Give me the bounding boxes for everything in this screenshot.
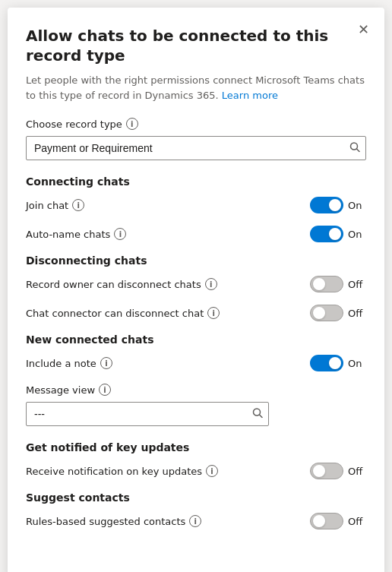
message-view-label: Message view i bbox=[26, 384, 366, 396]
join-chat-row: Join chat i On bbox=[26, 197, 366, 213]
receive-notification-row: Receive notification on key updates i Of… bbox=[26, 463, 366, 479]
record-type-input[interactable] bbox=[26, 136, 366, 160]
rules-based-toggle-label: Off bbox=[348, 516, 366, 527]
auto-name-chats-label: Auto-name chats i bbox=[26, 228, 126, 240]
include-note-toggle-label: On bbox=[348, 358, 366, 369]
receive-notification-label: Receive notification on key updates i bbox=[26, 465, 218, 477]
message-view-info-icon[interactable]: i bbox=[99, 384, 111, 396]
record-owner-toggle[interactable] bbox=[310, 276, 343, 292]
record-type-search-wrap bbox=[26, 136, 366, 160]
record-type-label: Choose record type i bbox=[26, 118, 366, 130]
suggest-contacts-title: Suggest contacts bbox=[26, 491, 366, 504]
dialog-container: ✕ Allow chats to be connected to this re… bbox=[8, 8, 384, 572]
search-icon bbox=[349, 142, 360, 153]
record-owner-toggle-label: Off bbox=[348, 279, 366, 290]
include-note-row: Include a note i On bbox=[26, 355, 366, 371]
receive-notification-toggle-label: Off bbox=[348, 466, 366, 477]
auto-name-chats-info-icon[interactable]: i bbox=[114, 228, 126, 240]
dialog-description: Let people with the right permissions co… bbox=[26, 73, 366, 103]
svg-line-1 bbox=[357, 149, 360, 152]
chat-connector-info-icon[interactable]: i bbox=[207, 307, 220, 319]
rules-based-label: Rules-based suggested contacts i bbox=[26, 515, 201, 527]
message-view-input[interactable] bbox=[26, 402, 269, 426]
dialog-title: Allow chats to be connected to this reco… bbox=[26, 26, 366, 65]
connecting-chats-title: Connecting chats bbox=[26, 175, 366, 188]
auto-name-chats-toggle-label: On bbox=[348, 229, 366, 240]
rules-based-toggle[interactable] bbox=[310, 513, 343, 529]
learn-more-link[interactable]: Learn more bbox=[222, 90, 278, 101]
new-connected-chats-section: New connected chats Include a note i On … bbox=[26, 333, 366, 426]
join-chat-toggle[interactable] bbox=[310, 197, 343, 213]
rules-based-info-icon[interactable]: i bbox=[189, 515, 201, 527]
record-type-info-icon[interactable]: i bbox=[126, 118, 138, 130]
record-type-search-button[interactable] bbox=[348, 141, 362, 156]
include-note-info-icon[interactable]: i bbox=[100, 357, 112, 369]
join-chat-info-icon[interactable]: i bbox=[72, 199, 84, 211]
record-owner-row: Record owner can disconnect chats i Off bbox=[26, 276, 366, 292]
suggest-contacts-section: Suggest contacts Rules-based suggested c… bbox=[26, 491, 366, 529]
record-owner-info-icon[interactable]: i bbox=[205, 278, 217, 290]
connecting-chats-section: Connecting chats Join chat i On Auto-nam… bbox=[26, 175, 366, 242]
include-note-toggle-wrap: On bbox=[310, 355, 366, 371]
disconnecting-chats-section: Disconnecting chats Record owner can dis… bbox=[26, 254, 366, 321]
key-updates-section: Get notified of key updates Receive noti… bbox=[26, 441, 366, 479]
close-button[interactable]: ✕ bbox=[355, 20, 372, 40]
message-view-input-wrap bbox=[26, 402, 269, 426]
join-chat-toggle-wrap: On bbox=[310, 197, 366, 213]
new-connected-chats-title: New connected chats bbox=[26, 333, 366, 346]
rules-based-row: Rules-based suggested contacts i Off bbox=[26, 513, 366, 529]
key-updates-title: Get notified of key updates bbox=[26, 441, 366, 453]
record-owner-toggle-wrap: Off bbox=[310, 276, 366, 292]
chat-connector-toggle-wrap: Off bbox=[310, 305, 366, 321]
join-chat-toggle-label: On bbox=[348, 200, 366, 211]
auto-name-chats-row: Auto-name chats i On bbox=[26, 226, 366, 242]
join-chat-label: Join chat i bbox=[26, 199, 84, 211]
auto-name-chats-toggle[interactable] bbox=[310, 226, 343, 242]
rules-based-toggle-wrap: Off bbox=[310, 513, 366, 529]
receive-notification-toggle-wrap: Off bbox=[310, 463, 366, 479]
chat-connector-row: Chat connector can disconnect chat i Off bbox=[26, 305, 366, 321]
include-note-label: Include a note i bbox=[26, 357, 112, 369]
chat-connector-label: Chat connector can disconnect chat i bbox=[26, 307, 220, 319]
disconnecting-chats-title: Disconnecting chats bbox=[26, 254, 366, 267]
chat-connector-toggle[interactable] bbox=[310, 305, 343, 321]
svg-line-3 bbox=[260, 415, 263, 418]
chat-connector-toggle-label: Off bbox=[348, 308, 366, 319]
auto-name-chats-toggle-wrap: On bbox=[310, 226, 366, 242]
receive-notification-toggle[interactable] bbox=[310, 463, 343, 479]
receive-notification-info-icon[interactable]: i bbox=[206, 465, 218, 477]
search-icon bbox=[252, 408, 263, 419]
record-owner-label: Record owner can disconnect chats i bbox=[26, 278, 217, 290]
message-view-search-button[interactable] bbox=[251, 406, 264, 422]
include-note-toggle[interactable] bbox=[310, 355, 343, 371]
